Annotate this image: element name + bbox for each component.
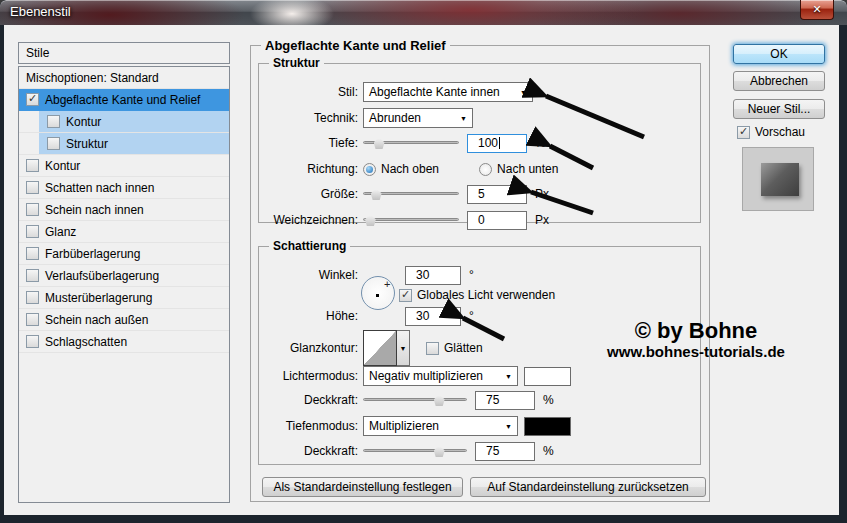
shadow-mode-value: Multiplizieren: [369, 419, 439, 433]
highlight-mode-dropdown[interactable]: Negativ multiplizieren ▼: [363, 366, 518, 386]
gradient-overlay-checkbox[interactable]: [26, 269, 39, 282]
highlight-opacity-slider[interactable]: [363, 393, 467, 407]
gloss-contour-picker[interactable]: ▼: [363, 330, 410, 366]
preview-checkbox[interactable]: ✓: [737, 126, 750, 139]
direction-down-label: Nach unten: [497, 162, 558, 176]
ok-button[interactable]: OK: [733, 44, 825, 64]
stroke-checkbox[interactable]: [26, 159, 39, 172]
angle-dial-dot: [376, 294, 379, 297]
global-light-label: Globales Licht verwenden: [417, 288, 555, 302]
size-slider-thumb[interactable]: [371, 189, 382, 200]
texture-sub-checkbox[interactable]: [47, 137, 60, 150]
shadow-opacity-unit: %: [543, 444, 554, 458]
list-item-drop-shadow[interactable]: Schlagschatten: [19, 331, 229, 353]
direction-up-radio[interactable]: [363, 163, 376, 176]
highlight-opacity-input[interactable]: 75: [475, 391, 535, 410]
size-input[interactable]: 5: [467, 185, 527, 204]
style-dropdown[interactable]: Abgeflachte Kante innen ▼: [363, 82, 533, 102]
reset-default-button[interactable]: Auf Standardeinstellung zurücksetzen: [470, 477, 706, 497]
list-item-inner-shadow[interactable]: Schatten nach innen: [19, 177, 229, 199]
depth-input[interactable]: 100: [467, 134, 527, 153]
soften-slider[interactable]: [363, 213, 459, 227]
shadow-mode-row: Tiefenmodus: Multiplizieren ▼: [254, 416, 571, 436]
new-style-button[interactable]: Neuer Stil...: [733, 99, 825, 119]
altitude-input[interactable]: 30: [405, 307, 461, 326]
check-icon: ✓: [739, 126, 748, 137]
close-button[interactable]: ✕: [800, 0, 834, 20]
list-item-label: Verlaufsüberlagerung: [45, 269, 159, 283]
set-default-button[interactable]: Als Standardeinstellung festlegen: [262, 477, 463, 497]
direction-row: Richtung: Nach oben Nach unten: [254, 159, 558, 179]
outer-glow-checkbox[interactable]: [26, 313, 39, 326]
chevron-down-icon: ▼: [514, 89, 527, 96]
chevron-down-icon[interactable]: ▼: [397, 330, 410, 366]
anti-aliased-checkbox[interactable]: [426, 342, 439, 355]
size-row: Größe: 5 Px: [254, 184, 549, 204]
soften-slider-thumb[interactable]: [365, 215, 376, 226]
layer-style-dialog: Ebenenstil ✕ Stile Mischoptionen: Standa…: [0, 0, 847, 523]
soften-unit: Px: [535, 213, 549, 227]
angle-unit: °: [469, 268, 474, 282]
list-item-label: Schatten nach innen: [45, 181, 154, 195]
list-item-outer-glow[interactable]: Schein nach außen: [19, 309, 229, 331]
title-bar[interactable]: Ebenenstil ✕: [0, 0, 847, 25]
direction-up-label: Nach oben: [381, 162, 439, 176]
window-title: Ebenenstil: [10, 0, 71, 24]
text-cursor: [499, 137, 500, 149]
list-item-stroke[interactable]: Kontur: [19, 155, 229, 177]
list-item-inner-glow[interactable]: Schein nach innen: [19, 199, 229, 221]
list-item-label: Schein nach außen: [45, 313, 148, 327]
highlight-opacity-label: Deckkraft:: [254, 393, 358, 407]
drop-shadow-checkbox[interactable]: [26, 335, 39, 348]
list-item-bevel-emboss[interactable]: ✓ Abgeflachte Kante und Relief: [19, 89, 229, 111]
angle-input[interactable]: 30: [405, 266, 461, 285]
list-item-texture-sub[interactable]: Struktur: [19, 133, 229, 155]
highlight-mode-label: Lichtermodus:: [254, 369, 358, 383]
list-item-label: Glanz: [45, 225, 76, 239]
angle-dial[interactable]: +: [361, 276, 395, 310]
style-dropdown-value: Abgeflachte Kante innen: [369, 85, 500, 99]
highlight-opacity-row: Deckkraft: 75 %: [254, 390, 554, 410]
list-item-blending-options[interactable]: Mischoptionen: Standard: [19, 67, 229, 89]
list-item-satin[interactable]: Glanz: [19, 221, 229, 243]
technique-dropdown[interactable]: Abrunden ▼: [363, 108, 473, 128]
global-light-checkbox[interactable]: ✓: [399, 289, 412, 302]
highlight-opacity-thumb[interactable]: [434, 395, 445, 406]
structure-group-title: Struktur: [269, 56, 324, 70]
list-item-label: Schlagschatten: [45, 335, 127, 349]
depth-row: Tiefe: 100 %: [254, 133, 546, 153]
soften-input[interactable]: 0: [467, 211, 527, 230]
size-slider[interactable]: [363, 187, 459, 201]
bevel-emboss-checkbox[interactable]: ✓: [26, 93, 39, 106]
page-title: Abgeflachte Kante und Relief: [261, 38, 450, 53]
highlight-color-swatch[interactable]: [524, 367, 571, 386]
cancel-button[interactable]: Abbrechen: [733, 71, 825, 91]
technique-dropdown-value: Abrunden: [369, 111, 421, 125]
shadow-opacity-slider[interactable]: [363, 444, 467, 458]
chevron-down-icon: ▼: [499, 373, 512, 380]
contour-sub-checkbox[interactable]: [47, 115, 60, 128]
shadow-opacity-thumb[interactable]: [434, 446, 445, 457]
shadow-color-swatch[interactable]: [524, 417, 571, 436]
shadow-opacity-input[interactable]: 75: [475, 442, 535, 461]
depth-slider-thumb[interactable]: [374, 138, 385, 149]
list-item-pattern-overlay[interactable]: Musterüberlagerung: [19, 287, 229, 309]
shadow-opacity-row: Deckkraft: 75 %: [254, 441, 554, 461]
depth-slider[interactable]: [363, 136, 459, 150]
list-item-contour-sub[interactable]: Kontur: [19, 111, 229, 133]
altitude-label: Höhe:: [254, 309, 358, 323]
styles-panel-header: Stile: [18, 42, 230, 64]
list-item-label: Kontur: [66, 115, 101, 129]
list-item-color-overlay[interactable]: Farbüberlagerung: [19, 243, 229, 265]
color-overlay-checkbox[interactable]: [26, 247, 39, 260]
satin-checkbox[interactable]: [26, 225, 39, 238]
pattern-overlay-checkbox[interactable]: [26, 291, 39, 304]
gloss-contour-thumbnail[interactable]: [363, 330, 397, 366]
shadow-mode-dropdown[interactable]: Multiplizieren ▼: [363, 416, 518, 436]
inner-glow-checkbox[interactable]: [26, 203, 39, 216]
technique-row: Technik: Abrunden ▼: [254, 108, 473, 128]
technique-label: Technik:: [254, 111, 358, 125]
list-item-gradient-overlay[interactable]: Verlaufsüberlagerung: [19, 265, 229, 287]
direction-down-radio[interactable]: [479, 163, 492, 176]
inner-shadow-checkbox[interactable]: [26, 181, 39, 194]
